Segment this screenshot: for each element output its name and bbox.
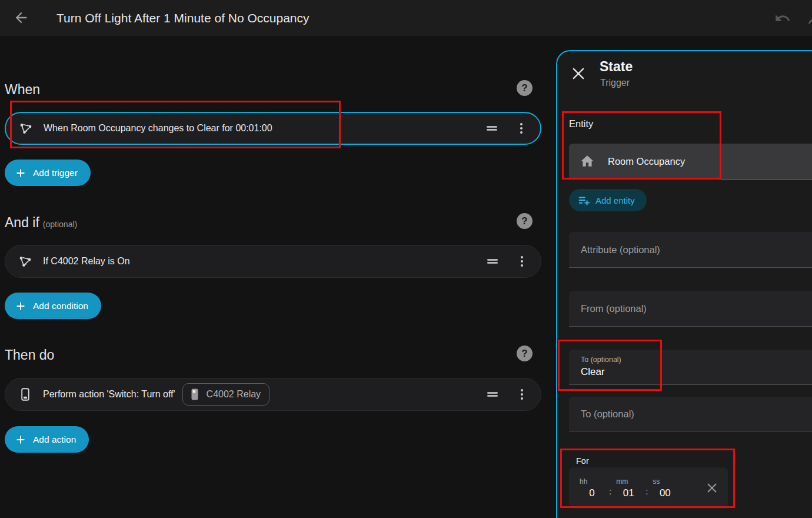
and-if-heading: And if(optional)	[5, 215, 77, 231]
to2-placeholder: To (optional)	[581, 409, 634, 420]
when-help-icon[interactable]: ?	[517, 80, 533, 96]
from-field[interactable]: From (optional)	[569, 291, 812, 327]
playlist-plus-icon	[577, 194, 590, 207]
plus-icon	[14, 167, 27, 180]
for-label: For	[576, 456, 589, 466]
close-button[interactable]	[570, 65, 587, 82]
clear-duration-icon[interactable]	[704, 480, 720, 496]
to-field-value: Clear	[581, 366, 812, 378]
then-do-help-icon[interactable]: ?	[517, 346, 533, 361]
plus-icon	[14, 433, 27, 446]
plus-icon	[14, 300, 27, 313]
redo-button-partial[interactable]	[807, 13, 812, 25]
overflow-menu-icon[interactable]	[514, 121, 528, 135]
condition-row[interactable]: If C4002 Relay is On	[5, 245, 541, 278]
optional-tag: (optional)	[43, 220, 77, 229]
time-separator: :	[609, 486, 611, 496]
topbar: Turn Off Light After 1 Minute of No Occu…	[0, 0, 812, 36]
add-entity-button[interactable]: Add entity	[569, 189, 647, 211]
drag-handle-icon[interactable]	[485, 121, 499, 135]
state-machine-icon	[18, 254, 32, 268]
relay-chip-icon	[188, 387, 202, 401]
add-action-button[interactable]: Add action	[5, 426, 89, 453]
hh-unit-label: hh	[580, 477, 605, 486]
overflow-menu-icon[interactable]	[515, 254, 529, 268]
attribute-field[interactable]: Attribute (optional)	[569, 232, 812, 268]
entity-chip-label: C4002 Relay	[207, 389, 261, 400]
attribute-placeholder: Attribute (optional)	[581, 244, 660, 255]
to-field[interactable]: To (optional) Clear	[569, 350, 812, 385]
drag-handle-icon[interactable]	[485, 254, 500, 268]
mm-input[interactable]: 01	[615, 487, 642, 499]
panel-title: State	[600, 59, 633, 75]
trigger-editor-panel: State Trigger Entity Room Occupancy Add …	[556, 50, 812, 518]
ss-input[interactable]: 00	[651, 487, 678, 499]
duration-input: hh 0 : mm 01 : ss 00	[569, 467, 728, 509]
entity-label: Entity	[569, 118, 593, 130]
entity-chip[interactable]: C4002 Relay	[182, 383, 270, 406]
condition-summary: If C4002 Relay is On	[43, 256, 130, 267]
page-title: Turn Off Light After 1 Minute of No Occu…	[56, 0, 310, 36]
and-if-help-icon[interactable]: ?	[517, 213, 533, 229]
mm-unit-label: mm	[616, 477, 642, 486]
back-button[interactable]	[13, 9, 29, 26]
add-trigger-button[interactable]: Add trigger	[5, 160, 91, 186]
ss-unit-label: ss	[653, 477, 678, 486]
panel-subtitle: Trigger	[600, 78, 630, 88]
drag-handle-icon[interactable]	[485, 387, 500, 401]
when-heading: When	[5, 82, 40, 98]
add-condition-button[interactable]: Add condition	[5, 293, 101, 319]
undo-button[interactable]	[774, 10, 791, 26]
from-placeholder: From (optional)	[581, 303, 647, 314]
entity-picker[interactable]: Room Occupancy	[569, 144, 812, 180]
trigger-row[interactable]: When Room Occupancy changes to Clear for…	[5, 112, 541, 145]
then-do-heading: Then do	[5, 347, 54, 363]
action-summary: Perform action 'Switch: Turn off'	[43, 389, 175, 400]
to-field-2[interactable]: To (optional)	[569, 397, 812, 431]
relay-device-icon	[18, 387, 32, 401]
home-icon	[580, 154, 595, 169]
time-separator: :	[645, 486, 648, 496]
action-row[interactable]: Perform action 'Switch: Turn off' C4002 …	[5, 378, 541, 411]
to-field-label: To (optional)	[581, 356, 812, 364]
overflow-menu-icon[interactable]	[515, 387, 529, 401]
trigger-summary: When Room Occupancy changes to Clear for…	[44, 123, 272, 134]
hh-input[interactable]: 0	[578, 487, 605, 499]
state-machine-icon	[19, 121, 33, 135]
entity-value: Room Occupancy	[608, 156, 685, 167]
